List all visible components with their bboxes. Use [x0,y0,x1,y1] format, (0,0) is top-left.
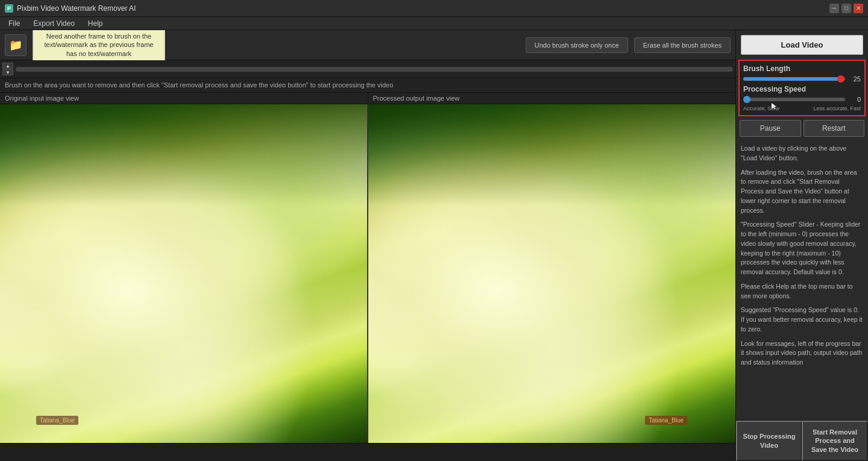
sidebar-info-p3: "Processing Speed" Slider - Keeping slid… [741,220,863,277]
sidebar-bottom-buttons: Stop Processing Video Start Removal Proc… [736,420,868,461]
input-panel-label: Original input image view [0,93,368,104]
pause-button[interactable]: Pause [740,120,801,137]
window-controls[interactable]: ─ □ ✕ [829,4,863,13]
sidebar-info-p6: Look for messages, left of the progress … [741,339,863,368]
brush-length-thumb[interactable] [837,75,844,83]
menu-bar: File Export Video Help [0,17,868,30]
progress-down-button[interactable]: ▼ [2,69,13,75]
tooltip-box: Need another frame to brush on the text/… [33,30,165,61]
processing-speed-thumb[interactable] [743,96,750,103]
sliders-section: Brush Length 25 Processing Speed [738,60,866,116]
sidebar-info-p2: After loading the video, brush on the ar… [741,168,863,216]
title-bar-left: P Pixbim Video Watermark Remover AI [5,4,136,13]
brush-length-fill [743,77,841,81]
output-panel: Tatiana_Blue [368,104,735,443]
sidebar-info-p1: Load a video by clicking on the above "L… [741,144,863,163]
input-panel: Tatiana_Blue [0,104,368,443]
panel-labels: Original input image view Processed outp… [0,93,735,104]
cursor-indicator [772,102,778,111]
progress-area: ▲ ▼ [0,60,735,78]
brush-length-label: Brush Length [743,64,861,73]
processing-speed-label: Processing Speed [743,85,861,93]
brush-length-row: 25 [743,75,861,83]
processing-speed-value: 0 [849,96,861,103]
processing-speed-track[interactable] [743,98,845,101]
sidebar-info: Load a video by clicking on the above "L… [736,140,868,420]
toolbar: 📁 Need another frame to brush on the tex… [0,30,735,60]
less-accurate-fast-label: Less accurate, Fast [813,105,861,111]
erase-brush-button[interactable]: Erase all the brush strokes [634,37,731,53]
load-video-button[interactable]: Load Video [741,35,863,55]
minimize-button[interactable]: ─ [829,4,839,13]
close-button[interactable]: ✕ [854,4,863,13]
app-body: 📁 Need another frame to brush on the tex… [0,30,868,461]
main-area: 📁 Need another frame to brush on the tex… [0,30,735,461]
info-text-area: Brush on the area you want to remove and… [0,78,735,93]
undo-brush-button[interactable]: Undo brush stroke only once [526,37,628,53]
progress-arrows: ▲ ▼ [2,63,13,75]
restart-button[interactable]: Restart [804,120,865,137]
app-icon: P [5,4,13,13]
brush-length-track[interactable] [743,77,845,81]
brush-length-value: 25 [849,75,861,83]
start-removal-button[interactable]: Start Removal Process and Save the Video [802,421,868,461]
speed-labels-row: Accurate, Slow Less accurate, Fast [743,105,861,111]
stop-processing-button[interactable]: Stop Processing Video [736,421,802,461]
processing-speed-row: 0 [743,96,861,103]
progress-up-button[interactable]: ▲ [2,63,13,69]
maximize-button[interactable]: □ [841,4,851,13]
menu-export-video[interactable]: Export Video [27,18,81,29]
output-watermark: Tatiana_Blue [645,416,687,425]
title-bar: P Pixbim Video Watermark Remover AI ─ □ … [0,0,868,17]
menu-file[interactable]: File [2,18,26,29]
app-title: Pixbim Video Watermark Remover AI [17,4,136,13]
input-watermark: Tatiana_Blue [36,416,78,425]
pause-restart-row: Pause Restart [736,120,868,140]
progress-track[interactable] [16,67,733,72]
folder-icon: 📁 [9,39,22,52]
status-bar [0,443,735,461]
menu-help[interactable]: Help [82,18,109,29]
input-image: Tatiana_Blue [0,104,367,443]
output-image: Tatiana_Blue [368,104,735,443]
open-folder-button[interactable]: 📁 [5,34,27,56]
tooltip-text: Need another frame to brush on the text/… [45,33,154,57]
sidebar-info-p4: Please click Help at the top menu bar to… [741,282,863,301]
image-panels: Tatiana_Blue Tatiana_Blue [0,104,735,443]
info-line1: Brush on the area you want to remove and… [5,81,393,89]
right-sidebar: Load Video Brush Length 25 Processing Sp… [735,30,868,461]
sidebar-info-p5: Suggested "Processing Speed" value is 0.… [741,306,863,334]
output-panel-label: Processed output image view [368,93,736,104]
